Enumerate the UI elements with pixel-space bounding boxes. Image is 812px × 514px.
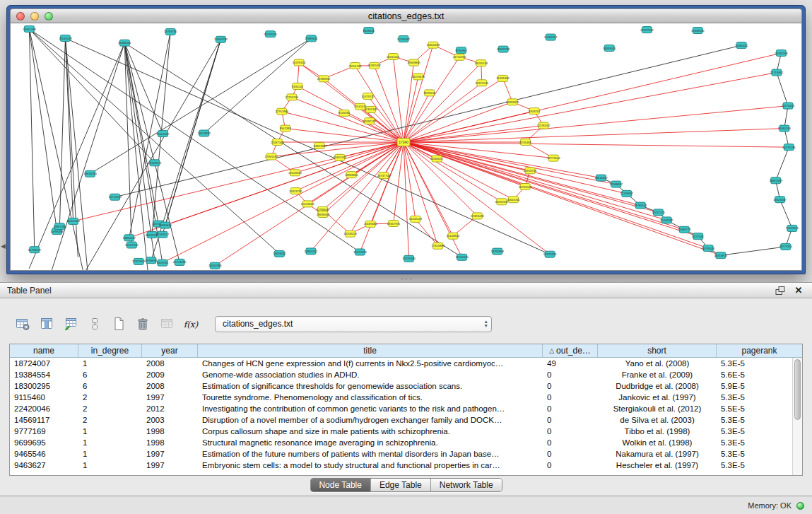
- graph-node[interactable]: 21932497: [367, 62, 381, 69]
- graph-node[interactable]: 20747703: [377, 173, 391, 179]
- graph-node[interactable]: 21700966: [453, 54, 466, 60]
- graph-node[interactable]: 22429069: [288, 170, 302, 176]
- scrollbar-thumb[interactable]: [794, 359, 801, 420]
- cell-short[interactable]: Nakamura et al. (1997): [598, 448, 717, 460]
- cell-pagerank[interactable]: 5.3E-5: [717, 437, 802, 448]
- graph-node[interactable]: 9401536: [157, 259, 169, 266]
- column-header-short[interactable]: short: [598, 344, 717, 357]
- graph-node[interactable]: 9235489: [519, 139, 531, 146]
- tab-network-table[interactable]: Network Table: [431, 479, 502, 491]
- cell-year[interactable]: 1997: [142, 460, 198, 471]
- cell-pagerank[interactable]: 5.3E-5: [717, 426, 802, 437]
- cell-pagerank[interactable]: 5.3E-5: [717, 392, 802, 403]
- cell-out_de[interactable]: 0: [543, 414, 598, 426]
- column-header-year[interactable]: year: [142, 344, 198, 357]
- graph-node[interactable]: 22044585: [208, 262, 222, 269]
- graph-node[interactable]: 12692112: [363, 118, 377, 124]
- graph-node[interactable]: 17253766: [285, 94, 298, 100]
- graph-node[interactable]: 19367976: [387, 221, 400, 227]
- graph-node[interactable]: 20166017: [430, 156, 444, 162]
- cell-short[interactable]: Dudbridge et al. (2008): [598, 380, 717, 392]
- graph-node[interactable]: 14061260: [777, 125, 791, 132]
- graph-node[interactable]: 15758447: [28, 247, 41, 253]
- cell-in_degree[interactable]: 2: [78, 403, 142, 414]
- graph-node[interactable]: 20186917: [544, 34, 558, 40]
- graph-node[interactable]: 21716562: [770, 69, 784, 76]
- graph-node[interactable]: 16935010: [603, 45, 616, 52]
- graph-node[interactable]: 10146864: [446, 233, 459, 239]
- graph-node[interactable]: 12327832: [640, 27, 654, 33]
- graph-node[interactable]: 18779544: [547, 155, 560, 161]
- graph-node[interactable]: 15102057: [156, 131, 170, 137]
- cell-short[interactable]: Jankovic et al. (1997): [598, 392, 717, 403]
- graph-node[interactable]: 9595508: [424, 90, 436, 96]
- close-panel-icon[interactable]: ✕: [792, 285, 805, 296]
- cell-pagerank[interactable]: 5.3E-5: [717, 460, 802, 471]
- graph-node[interactable]: 9216581: [339, 110, 351, 116]
- citation-network-graph[interactable]: 2245178919140149184660511478379112663728…: [11, 23, 802, 271]
- tab-edge-table[interactable]: Edge Table: [371, 479, 431, 491]
- table-vertical-scrollbar[interactable]: [792, 358, 802, 475]
- graph-node[interactable]: 15247487: [660, 217, 673, 223]
- column-header-name[interactable]: name: [10, 344, 78, 357]
- graph-node[interactable]: 12663728: [214, 36, 228, 42]
- cell-in_degree[interactable]: 1: [78, 437, 142, 448]
- cell-in_degree[interactable]: 2: [78, 414, 142, 426]
- cell-year[interactable]: 1998: [142, 437, 198, 448]
- cell-title[interactable]: Corpus callosum shape and size in male p…: [198, 426, 543, 437]
- graph-node[interactable]: 14923782: [289, 188, 302, 194]
- cell-short[interactable]: Stergiakouli et al. (2012): [598, 403, 717, 414]
- cell-year[interactable]: 2012: [142, 403, 198, 414]
- cell-short[interactable]: Tibbo et al. (1998): [598, 426, 717, 437]
- hide-panel-arrow[interactable]: ◀: [1, 243, 6, 250]
- graph-node[interactable]: 14432449: [408, 216, 422, 222]
- tab-node-table[interactable]: Node Table: [310, 479, 371, 491]
- graph-node[interactable]: 10800839: [427, 42, 440, 48]
- cell-out_de[interactable]: 0: [543, 448, 598, 460]
- graph-node[interactable]: 17334517: [156, 231, 170, 238]
- graph-node[interactable]: 20615401: [387, 54, 400, 60]
- graph-node[interactable]: 18316873: [714, 252, 727, 259]
- cell-out_de[interactable]: 0: [543, 403, 598, 414]
- graph-node[interactable]: 14005669: [66, 218, 80, 224]
- column-header-out_de[interactable]: △out_de…: [543, 344, 598, 357]
- graph-node[interactable]: 21085773: [678, 226, 691, 233]
- graph-node[interactable]: 18669758: [497, 46, 510, 52]
- graph-node[interactable]: 13529207: [773, 197, 787, 203]
- graph-node[interactable]: 22761886: [275, 108, 288, 115]
- graph-node[interactable]: 20185684: [364, 221, 377, 227]
- merge-rows-icon[interactable]: [85, 314, 105, 334]
- cell-name[interactable]: 18300295: [10, 380, 78, 392]
- cell-out_de[interactable]: 0: [543, 392, 598, 403]
- graph-node[interactable]: 17471720: [652, 209, 665, 216]
- graph-node[interactable]: 13785101: [634, 202, 647, 209]
- delete-table-icon[interactable]: [133, 314, 153, 334]
- graph-node[interactable]: 19140149: [59, 35, 72, 42]
- graph-node[interactable]: 13208209: [343, 230, 357, 237]
- graph-node[interactable]: 11534097: [397, 36, 411, 42]
- cell-out_de[interactable]: 0: [543, 437, 598, 448]
- graph-node[interactable]: 9180142: [292, 83, 304, 90]
- graph-node[interactable]: 15513193: [353, 249, 367, 255]
- graph-node[interactable]: 14475676: [411, 74, 425, 80]
- graph-node[interactable]: 15457242: [125, 242, 139, 248]
- cell-name[interactable]: 9699695: [10, 437, 78, 448]
- graph-node[interactable]: 17883611: [305, 35, 318, 42]
- graph-node[interactable]: 21114190: [348, 63, 362, 69]
- graph-node[interactable]: 12290052: [537, 122, 551, 129]
- cell-pagerank[interactable]: 5.5E-5: [717, 403, 802, 414]
- graph-node[interactable]: 17699115: [786, 225, 799, 231]
- float-panel-icon[interactable]: [774, 285, 787, 296]
- graph-node[interactable]: 18816687: [594, 175, 608, 181]
- graph-node[interactable]: 9794962: [455, 47, 467, 54]
- graph-node[interactable]: 12368807: [609, 181, 623, 187]
- graph-node[interactable]: 17234947: [620, 190, 633, 197]
- cell-year[interactable]: 1998: [142, 426, 198, 437]
- table-settings-icon[interactable]: [13, 314, 33, 334]
- graph-node[interactable]: 11491263: [334, 154, 347, 160]
- cell-title[interactable]: Structural magnetic resonance image aver…: [198, 437, 543, 448]
- graph-node[interactable]: 14783791: [164, 28, 177, 35]
- cell-pagerank[interactable]: 5.9E-5: [717, 380, 802, 392]
- graph-node[interactable]: 22270405: [782, 103, 795, 109]
- graph-node[interactable]: 18859825: [506, 99, 519, 105]
